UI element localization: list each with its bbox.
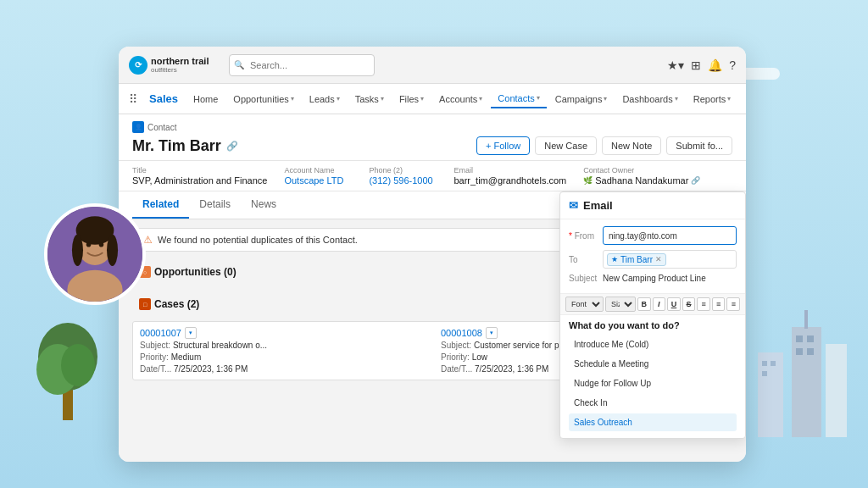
email-label: Email bbox=[453, 166, 566, 175]
svg-point-19 bbox=[107, 235, 118, 266]
email-value: barr_tim@grandhotels.com bbox=[453, 175, 566, 186]
new-note-button[interactable]: New Note bbox=[602, 136, 661, 155]
nav-opportunities[interactable]: Opportunities ▾ bbox=[226, 91, 300, 108]
case-chevron-2[interactable]: ▾ bbox=[486, 327, 498, 339]
add-icon[interactable]: ⊞ bbox=[691, 58, 701, 72]
submit-button[interactable]: Submit fo... bbox=[666, 136, 732, 155]
align-right-button[interactable]: ≡ bbox=[726, 297, 740, 311]
grid-icon[interactable]: ⠿ bbox=[125, 89, 141, 109]
favorites-icon[interactable]: ★▾ bbox=[667, 58, 684, 72]
svg-rect-11 bbox=[807, 336, 814, 342]
tab-details[interactable]: Details bbox=[189, 191, 241, 219]
title-label: Title bbox=[132, 166, 267, 175]
align-left-button[interactable]: ≡ bbox=[697, 297, 710, 311]
nav-home[interactable]: Home bbox=[186, 91, 225, 108]
italic-button[interactable]: I bbox=[653, 297, 666, 311]
underline-button[interactable]: U bbox=[667, 297, 681, 311]
avatar bbox=[44, 203, 146, 305]
browser-window: ⟳ northern trail outfitters 🔍 ★▾ ⊞ 🔔 ? ⠿… bbox=[119, 47, 746, 462]
strikethrough-button[interactable]: S bbox=[682, 297, 696, 311]
nav-dashboards[interactable]: Dashboards ▾ bbox=[615, 91, 684, 108]
logo-icon: ⟳ bbox=[129, 56, 147, 75]
email-form: From To ★ Tim Barr ✕ Subj bbox=[560, 219, 745, 293]
ai-prompt-label: What do you want to do? bbox=[569, 320, 737, 330]
phone-value[interactable]: (312) 596-1000 bbox=[369, 175, 437, 186]
size-select[interactable]: Size bbox=[605, 297, 636, 312]
email-toolbar: Font Size B I U S ≡ ≡ ≡ bbox=[560, 293, 745, 315]
nav-accounts[interactable]: Accounts ▾ bbox=[432, 91, 489, 108]
suggestion-checkin[interactable]: Check In bbox=[569, 394, 737, 412]
record-title-row: Mr. Tim Barr 🔗 + Follow New Case New Not… bbox=[132, 136, 732, 155]
tab-news[interactable]: News bbox=[241, 191, 287, 219]
breadcrumb-label: Contact bbox=[147, 123, 176, 132]
nav-files[interactable]: Files ▾ bbox=[392, 91, 431, 108]
subject-value: New Camping Product Line bbox=[603, 274, 737, 283]
new-case-button[interactable]: New Case bbox=[535, 136, 597, 155]
email-panel-title: Email bbox=[583, 199, 613, 212]
suggestion-meeting[interactable]: Schedule a Meeting bbox=[569, 355, 737, 373]
record-actions: + Follow New Case New Note Submit fo... bbox=[476, 136, 732, 155]
svg-rect-8 bbox=[771, 361, 776, 366]
svg-rect-9 bbox=[762, 371, 767, 376]
case-id[interactable]: 00001007 ▾ bbox=[140, 327, 424, 339]
opportunities-title: ○ Opportunities (0) bbox=[139, 266, 236, 278]
ai-suggestions: What do you want to do? Introduce Me (Co… bbox=[560, 315, 745, 438]
suggestion-nudge[interactable]: Nudge for Follow Up bbox=[569, 374, 737, 392]
account-label: Account Name bbox=[284, 166, 352, 175]
app-brand-label[interactable]: Sales bbox=[142, 89, 185, 108]
email-from-row: From bbox=[569, 226, 737, 245]
email-subject-row: Subject New Camping Product Line bbox=[569, 274, 737, 283]
svg-rect-13 bbox=[807, 348, 814, 355]
title-field: Title SVP, Administration and Finance bbox=[132, 166, 267, 186]
follow-button[interactable]: + Follow bbox=[476, 136, 530, 155]
nav-campaigns[interactable]: Campaigns ▾ bbox=[548, 91, 615, 108]
subject-label: Subject bbox=[569, 274, 599, 283]
case-chevron[interactable]: ▾ bbox=[185, 327, 197, 339]
owner-field: Contact Owner 🌿 Sadhana Nandakumar 🔗 bbox=[583, 166, 700, 186]
bell-icon[interactable]: 🔔 bbox=[708, 58, 722, 72]
top-navbar: ⟳ northern trail outfitters 🔍 ★▾ ⊞ 🔔 ? bbox=[119, 47, 746, 84]
phone-label: Phone (2) bbox=[369, 166, 437, 175]
email-to-row: To ★ Tim Barr ✕ bbox=[569, 250, 737, 269]
email-field: Email barr_tim@grandhotels.com bbox=[453, 166, 566, 186]
align-center-button[interactable]: ≡ bbox=[712, 297, 726, 311]
to-label: To bbox=[569, 255, 599, 264]
to-field[interactable]: ★ Tim Barr ✕ bbox=[603, 250, 737, 269]
svg-rect-14 bbox=[804, 310, 808, 329]
nav-tasks[interactable]: Tasks ▾ bbox=[348, 91, 391, 108]
font-select[interactable]: Font bbox=[565, 297, 604, 312]
help-icon[interactable]: ? bbox=[729, 58, 736, 72]
email-panel: ✉ Email From To ★ Tim Barr ✕ bbox=[559, 191, 746, 439]
nav-contacts[interactable]: Contacts ▾ bbox=[491, 90, 546, 108]
nav-leads[interactable]: Leads ▾ bbox=[303, 91, 347, 108]
suggestion-outreach[interactable]: Sales Outreach bbox=[569, 413, 737, 431]
record-badge: 🔗 bbox=[226, 141, 238, 152]
record-title: Mr. Tim Barr 🔗 bbox=[132, 137, 238, 155]
owner-label: Contact Owner bbox=[583, 166, 700, 175]
to-tag-remove[interactable]: ✕ bbox=[655, 255, 662, 263]
logo-subtext: outfitters bbox=[151, 66, 209, 74]
from-label: From bbox=[569, 231, 599, 241]
owner-value: 🌿 Sadhana Nandakumar 🔗 bbox=[583, 175, 700, 186]
svg-rect-10 bbox=[796, 336, 803, 342]
nav-icons: ★▾ ⊞ 🔔 ? bbox=[667, 58, 736, 72]
search-input[interactable] bbox=[229, 54, 375, 76]
record-header: 👤 Contact Mr. Tim Barr 🔗 + Follow New Ca… bbox=[119, 114, 746, 161]
cases-icon: □ bbox=[139, 298, 151, 310]
content-area: Related Details News ⚠ We found no poten… bbox=[119, 191, 746, 446]
bold-button[interactable]: B bbox=[637, 297, 651, 311]
suggestion-introduce[interactable]: Introduce Me (Cold) bbox=[569, 336, 737, 353]
account-value[interactable]: Outscape LTD bbox=[284, 175, 352, 186]
tree-decoration bbox=[25, 310, 110, 420]
svg-point-22 bbox=[99, 242, 104, 247]
logo-text: northern trail bbox=[151, 56, 209, 66]
email-panel-header: ✉ Email bbox=[560, 192, 745, 219]
svg-rect-7 bbox=[762, 361, 767, 366]
record-name: Mr. Tim Barr bbox=[132, 137, 221, 155]
tab-related[interactable]: Related bbox=[132, 191, 189, 219]
email-icon: ✉ bbox=[569, 199, 578, 212]
to-tag-label: Tim Barr bbox=[620, 255, 653, 264]
search-wrapper: 🔍 bbox=[229, 54, 375, 76]
nav-reports[interactable]: Reports ▾ bbox=[687, 91, 738, 108]
from-input[interactable] bbox=[603, 226, 737, 245]
